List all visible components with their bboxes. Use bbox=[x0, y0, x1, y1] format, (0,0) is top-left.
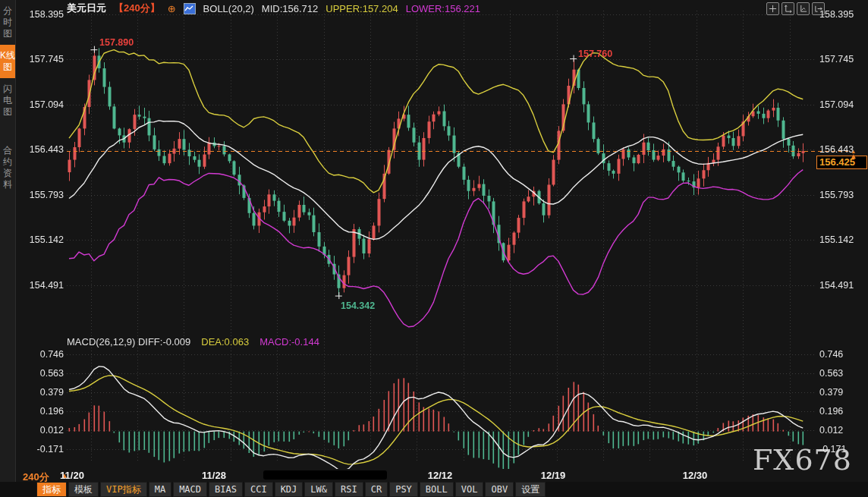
watermark: FX678 bbox=[753, 443, 852, 477]
toolbar-button-cci[interactable]: CCI bbox=[244, 482, 273, 497]
toolbar-button-indicator[interactable]: 指标 bbox=[36, 482, 67, 497]
boll-mid-value: MID:156.712 bbox=[262, 3, 318, 14]
toolbar-button-macd[interactable]: MACD bbox=[173, 482, 207, 497]
macd-legend: MACD(26,12,9) DIFF:-0.009 DEA:0.063 MACD… bbox=[67, 336, 319, 348]
axes-zigzag-icon[interactable] bbox=[797, 2, 810, 15]
plus-circle-icon[interactable]: ⊕ bbox=[168, 3, 176, 14]
price-tick-right: 157.745 bbox=[819, 54, 866, 64]
sidebar-item-timeshare[interactable]: 分时图 bbox=[0, 0, 15, 45]
axes-icon[interactable] bbox=[782, 2, 794, 15]
price-tick-right: 157.094 bbox=[819, 99, 866, 110]
date-label: 11/28 bbox=[202, 470, 226, 481]
sidebar-item-kline[interactable]: K线图 bbox=[0, 45, 15, 78]
swing-high-annotation: 157.890 bbox=[99, 37, 134, 48]
price-chart-canvas[interactable] bbox=[0, 0, 868, 497]
boll-indicator-label: BOLL(20,2) bbox=[203, 3, 254, 14]
macd-tick-right: 0.563 bbox=[819, 368, 866, 379]
toolbar-button-vip[interactable]: VIP指标 bbox=[100, 482, 147, 497]
macd-dea-value: DEA:0.063 bbox=[201, 336, 249, 348]
macd-diff-value: MACD(26,12,9) DIFF:-0.009 bbox=[67, 336, 190, 348]
indicator-toolbar: 指标 模板 VIP指标 MA MACD BIAS CCI KDJ LW& RSI… bbox=[0, 482, 868, 497]
toolbar-button-bias[interactable]: BIAS bbox=[209, 482, 243, 497]
price-marker-icon: ▲ ▲ bbox=[850, 149, 857, 159]
price-tick-right: 156.443 bbox=[819, 144, 866, 155]
swing-low-annotation: 154.342 bbox=[341, 300, 375, 311]
boll-lower-value: LOWER:156.221 bbox=[406, 3, 480, 14]
mini-chart-icon[interactable] bbox=[184, 3, 196, 14]
price-tick-right: 155.793 bbox=[819, 190, 866, 200]
chart-type-sidebar: 分时图 K线图 闪电图 合约资料 bbox=[0, 0, 16, 497]
toolbar-button-cr[interactable]: CR bbox=[365, 482, 388, 497]
chart-header: 美元日元 【240分】 ⊕ BOLL(20,2) MID:156.712 UPP… bbox=[67, 2, 480, 15]
macd-tick-right: 0.746 bbox=[819, 349, 866, 360]
boll-upper-value: UPPER:157.204 bbox=[326, 3, 398, 14]
date-label: 12/30 bbox=[683, 470, 708, 481]
toolbar-button-rsi[interactable]: RSI bbox=[335, 482, 363, 497]
macd-tick-right: 0.379 bbox=[819, 387, 866, 398]
price-tick-right: 154.491 bbox=[819, 280, 866, 291]
toolbar-button-lwr[interactable]: LW& bbox=[304, 482, 333, 497]
date-label: 12/19 bbox=[541, 470, 566, 481]
sidebar-item-lightning[interactable]: 闪电图 bbox=[0, 78, 15, 123]
toolbar-button-vol[interactable]: VOL bbox=[455, 482, 484, 497]
chart-scrollbar[interactable] bbox=[263, 470, 387, 480]
trading-app-window: 分时图 K线图 闪电图 合约资料 美元日元 【240分】 ⊕ BOLL(20,2… bbox=[0, 0, 868, 497]
price-tick-right: 155.142 bbox=[819, 234, 866, 245]
toolbar-button-settings[interactable]: 设置 bbox=[515, 482, 546, 497]
crosshair-icon[interactable] bbox=[766, 2, 779, 15]
toolbar-button-template[interactable]: 模板 bbox=[68, 482, 99, 497]
toolbar-button-obv[interactable]: OBV bbox=[485, 482, 514, 497]
toolbar-button-kdj[interactable]: KDJ bbox=[275, 482, 303, 497]
chart-tools-group bbox=[766, 2, 825, 15]
last-price-badge: 156.425 bbox=[816, 156, 867, 169]
sidebar-item-contract-info[interactable]: 合约资料 bbox=[0, 140, 15, 196]
macd-tick-right: 0.196 bbox=[819, 406, 866, 417]
price-marker-icon-bottom: ▲ bbox=[850, 152, 857, 160]
symbol-title: 美元日元 bbox=[67, 2, 106, 15]
macd-tick-right: 0.012 bbox=[819, 425, 866, 436]
price-tick-right: 158.395 bbox=[819, 9, 866, 20]
date-label: 11/20 bbox=[60, 470, 84, 481]
swing-high-annotation: 157.760 bbox=[578, 49, 612, 59]
toolbar-button-boll[interactable]: BOLL bbox=[420, 482, 454, 497]
date-label: 12/12 bbox=[428, 470, 453, 481]
toolbar-button-psy[interactable]: PSY bbox=[389, 482, 418, 497]
toolbar-button-ma[interactable]: MA bbox=[149, 482, 171, 497]
macd-macd-value: MACD:-0.144 bbox=[259, 336, 319, 348]
period-label: 【240分】 bbox=[114, 2, 160, 15]
